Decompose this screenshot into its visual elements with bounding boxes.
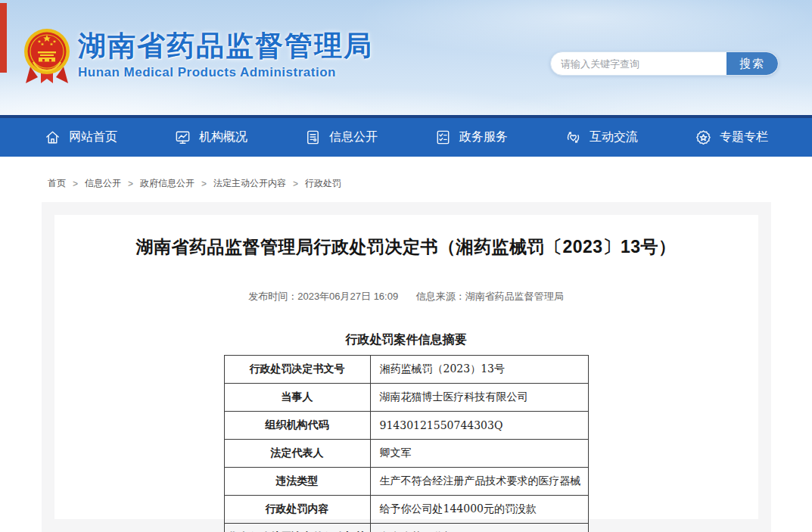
row-value: 卿文军 <box>370 440 588 468</box>
table-row: 作出行政处罚决定的行政机关 湖南省药品监督管理局 <box>224 524 588 532</box>
nav-item-label: 网站首页 <box>69 129 117 145</box>
site-header: 湖南省药品监督管理局 Hunan Medical Products Admini… <box>0 0 812 115</box>
content-card: 湖南省药品监督管理局行政处罚决定书（湘药监械罚〔2023〕13号） 发布时间：2… <box>54 215 758 519</box>
nav-item-label: 信息公开 <box>329 129 378 145</box>
row-label: 违法类型 <box>224 468 370 496</box>
article-meta: 发布时间：2023年06月27日 16:09 信息来源：湖南省药品监督管理局 <box>54 290 758 303</box>
penalty-summary-table: 行政处罚决定书文号 湘药监械罚（2023）13号 当事人 湖南花猫博士医疗科技有… <box>224 355 589 532</box>
table-row: 违法类型 生产不符合经注册产品技术要求的医疗器械 <box>224 468 588 496</box>
table-row: 法定代表人 卿文军 <box>224 440 588 468</box>
table-row: 当事人 湖南花猫博士医疗科技有限公司 <box>224 384 588 412</box>
nav-item-overview[interactable]: 机构概况 <box>174 129 247 146</box>
search-button[interactable]: 搜索 <box>726 52 778 75</box>
row-value: 湖南省药品监督管理局 <box>370 524 588 532</box>
table-row: 行政处罚内容 给予你公司处144000元的罚没款 <box>224 496 588 524</box>
row-value: 湖南花猫博士医疗科技有限公司 <box>370 384 588 412</box>
row-label: 作出行政处罚决定的行政机关 <box>224 524 370 532</box>
row-value: 91430121550744303Q <box>370 412 588 440</box>
nav-item-gov-services[interactable]: 政务服务 <box>434 129 508 146</box>
row-label: 当事人 <box>224 384 370 412</box>
row-value: 湘药监械罚（2023）13号 <box>370 356 588 384</box>
summary-table-title: 行政处罚案件信息摘要 <box>54 332 758 348</box>
nav-item-label: 机构概况 <box>199 129 247 145</box>
content-card-frame: 湖南省药品监督管理局行政处罚决定书（湘药监械罚〔2023〕13号） 发布时间：2… <box>42 202 771 532</box>
row-value: 生产不符合经注册产品技术要求的医疗器械 <box>370 468 588 496</box>
nav-item-interaction[interactable]: 互动交流 <box>565 129 638 146</box>
nav-item-info-disclosure[interactable]: 信息公开 <box>304 129 378 146</box>
row-value: 给予你公司处144000元的罚没款 <box>370 496 588 524</box>
site-branding: 湖南省药品监督管理局 Hunan Medical Products Admini… <box>78 30 373 80</box>
breadcrumb-separator: > <box>293 179 298 189</box>
breadcrumb-separator: > <box>201 179 207 189</box>
row-label: 行政处罚决定书文号 <box>224 356 370 384</box>
nav-item-label: 互动交流 <box>590 129 638 145</box>
table-row: 组织机构代码 91430121550744303Q <box>224 412 588 440</box>
corner-red-strip <box>0 3 7 73</box>
breadcrumb-item-info[interactable]: 信息公开 <box>85 177 121 190</box>
breadcrumb-item-gov-info[interactable]: 政府信息公开 <box>140 177 194 190</box>
publish-time: 发布时间：2023年06月27日 16:09 <box>248 291 398 302</box>
heart-exchange-icon <box>565 129 582 146</box>
breadcrumb-separator: > <box>73 179 78 189</box>
page-title: 湖南省药品监督管理局行政处罚决定书（湘药监械罚〔2023〕13号） <box>54 235 758 259</box>
site-title-cn: 湖南省药品监督管理局 <box>78 30 373 63</box>
nav-item-home[interactable]: 网站首页 <box>44 129 117 146</box>
row-label: 行政处罚内容 <box>224 496 370 524</box>
monitor-chart-icon <box>174 129 191 146</box>
search-bar: 搜索 <box>550 51 779 76</box>
row-label: 组织机构代码 <box>224 412 370 440</box>
breadcrumb-separator: > <box>128 179 133 189</box>
nav-item-label: 政务服务 <box>459 129 508 145</box>
document-icon <box>304 129 322 146</box>
row-label: 法定代表人 <box>224 440 370 468</box>
breadcrumb: 首页 > 信息公开 > 政府信息公开 > 法定主动公开内容 > 行政处罚 <box>0 157 812 202</box>
site-title-en: Hunan Medical Products Administration <box>78 65 373 80</box>
nav-item-label: 专题专栏 <box>720 129 768 145</box>
table-row: 行政处罚决定书文号 湘药监械罚（2023）13号 <box>224 356 588 384</box>
checklist-icon <box>434 129 452 146</box>
breadcrumb-item-penalty[interactable]: 行政处罚 <box>305 177 341 190</box>
home-icon <box>44 129 61 146</box>
breadcrumb-item-home[interactable]: 首页 <box>48 177 66 190</box>
search-input[interactable] <box>551 52 726 75</box>
info-source: 信息来源：湖南省药品监督管理局 <box>416 291 564 302</box>
main-nav: 网站首页 机构概况 信息公开 政务服务 互动交流 专题专栏 <box>0 115 812 157</box>
nav-item-special-topics[interactable]: 专题专栏 <box>695 129 768 146</box>
star-badge-icon <box>695 129 712 146</box>
breadcrumb-item-statutory[interactable]: 法定主动公开内容 <box>213 177 286 190</box>
national-emblem-icon <box>23 27 71 88</box>
